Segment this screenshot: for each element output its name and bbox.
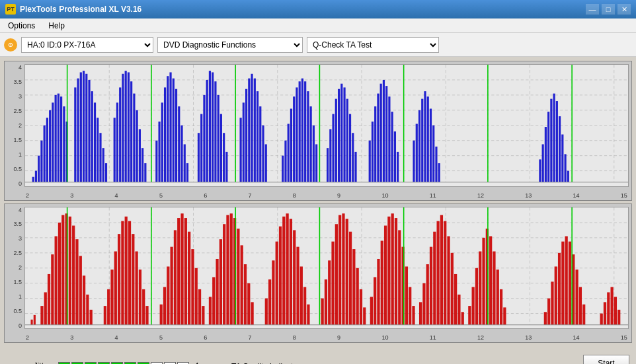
- svg-rect-218: [202, 306, 204, 325]
- svg-rect-266: [398, 230, 401, 324]
- svg-rect-116: [372, 122, 374, 182]
- svg-rect-264: [391, 213, 394, 325]
- svg-rect-207: [163, 287, 166, 324]
- svg-rect-102: [313, 126, 315, 182]
- svg-rect-46: [114, 118, 116, 182]
- bottom-chart-y-axis: 4 3.5 3 2.5 2 1.5 1 0.5 0: [5, 207, 24, 330]
- svg-rect-74: [209, 71, 211, 182]
- svg-rect-212: [180, 213, 183, 325]
- svg-rect-133: [432, 126, 434, 182]
- svg-rect-190: [83, 275, 85, 325]
- svg-rect-261: [381, 240, 383, 324]
- svg-rect-295: [544, 312, 547, 324]
- svg-rect-245: [321, 298, 324, 324]
- svg-rect-253: [349, 231, 352, 324]
- svg-rect-308: [604, 302, 606, 324]
- svg-rect-26: [46, 118, 48, 182]
- svg-rect-59: [158, 122, 160, 182]
- start-button[interactable]: Start: [583, 355, 629, 364]
- svg-rect-251: [342, 213, 344, 325]
- svg-rect-231: [251, 302, 253, 324]
- svg-rect-265: [395, 218, 397, 325]
- svg-rect-48: [119, 87, 121, 182]
- svg-rect-255: [356, 268, 359, 324]
- jitter-row: Jitter: 4: [7, 361, 205, 364]
- svg-rect-292: [497, 270, 499, 325]
- svg-rect-128: [418, 110, 420, 182]
- svg-rect-257: [363, 307, 366, 324]
- svg-rect-91: [282, 156, 284, 182]
- svg-rect-126: [413, 141, 415, 182]
- menu-help[interactable]: Help: [43, 20, 70, 32]
- svg-rect-210: [174, 230, 177, 324]
- svg-rect-217: [198, 289, 201, 324]
- svg-rect-72: [203, 95, 205, 182]
- svg-rect-237: [282, 216, 285, 324]
- svg-rect-29: [55, 95, 57, 182]
- svg-rect-248: [331, 241, 334, 324]
- svg-rect-132: [430, 109, 432, 182]
- svg-rect-298: [555, 266, 557, 324]
- minimize-button[interactable]: —: [586, 4, 599, 15]
- svg-rect-107: [335, 99, 337, 182]
- svg-rect-60: [161, 102, 163, 182]
- svg-rect-273: [426, 264, 429, 325]
- svg-rect-250: [338, 215, 341, 324]
- svg-rect-36: [80, 72, 82, 182]
- svg-rect-47: [116, 102, 118, 182]
- window-title: PlexTools Professional XL V3.16: [20, 5, 141, 14]
- svg-rect-88: [259, 106, 261, 182]
- svg-rect-232: [265, 298, 268, 324]
- svg-rect-228: [241, 245, 243, 324]
- svg-rect-41: [94, 102, 96, 182]
- svg-rect-93: [288, 124, 290, 182]
- svg-rect-296: [547, 298, 550, 324]
- close-button[interactable]: ✕: [617, 4, 631, 15]
- svg-rect-230: [247, 283, 250, 324]
- function-select[interactable]: DVD Diagnostic Functions: [157, 37, 303, 53]
- svg-rect-135: [438, 163, 440, 182]
- svg-rect-79: [223, 133, 225, 182]
- svg-rect-216: [195, 268, 198, 324]
- top-chart-y-axis: 4 3.5 3 2.5 2 1.5 1 0.5 0: [5, 64, 24, 187]
- metrics-section: Jitter: 4 Peak Shift:: [7, 361, 205, 364]
- svg-rect-281: [454, 273, 457, 324]
- svg-rect-299: [558, 252, 561, 324]
- top-chart-x-axis: 2 3 4 5 6 7 8 9 10 11 12 13 14 15: [24, 192, 629, 199]
- svg-rect-66: [178, 106, 180, 182]
- svg-rect-223: [223, 224, 225, 325]
- svg-rect-50: [125, 71, 127, 182]
- app-icon: PT: [5, 4, 16, 15]
- svg-rect-256: [360, 289, 362, 324]
- svg-rect-146: [567, 171, 569, 182]
- svg-rect-143: [559, 116, 561, 182]
- toolbar: ⊙ HA:0 ID:0 PX-716A DVD Diagnostic Funct…: [0, 33, 636, 57]
- svg-rect-258: [370, 297, 373, 324]
- main-area: 4 3.5 3 2.5 2 1.5 1 0.5 0: [0, 57, 636, 347]
- svg-rect-43: [99, 133, 101, 182]
- svg-rect-27: [49, 110, 51, 182]
- maximize-button[interactable]: □: [602, 4, 615, 15]
- svg-rect-182: [55, 236, 58, 324]
- svg-rect-85: [251, 74, 253, 182]
- svg-rect-196: [114, 251, 117, 324]
- svg-rect-297: [551, 281, 553, 324]
- svg-rect-78: [220, 114, 222, 182]
- menu-options[interactable]: Options: [3, 20, 40, 32]
- svg-rect-235: [276, 241, 278, 324]
- device-select[interactable]: HA:0 ID:0 PX-716A: [21, 37, 153, 53]
- svg-rect-204: [142, 289, 145, 324]
- svg-rect-106: [332, 114, 334, 182]
- svg-rect-101: [310, 106, 312, 182]
- test-select[interactable]: Q-Check TA Test: [307, 37, 439, 53]
- svg-rect-276: [436, 221, 439, 324]
- title-bar-left: PT PlexTools Professional XL V3.16: [5, 4, 141, 15]
- svg-rect-301: [565, 236, 568, 324]
- svg-rect-236: [279, 226, 282, 324]
- title-bar: PT PlexTools Professional XL V3.16 — □ ✕: [0, 0, 636, 18]
- svg-rect-225: [230, 213, 233, 325]
- svg-rect-73: [206, 80, 208, 182]
- svg-rect-53: [133, 94, 135, 182]
- start-btn-section: Start i: [583, 355, 629, 364]
- svg-rect-260: [377, 258, 379, 324]
